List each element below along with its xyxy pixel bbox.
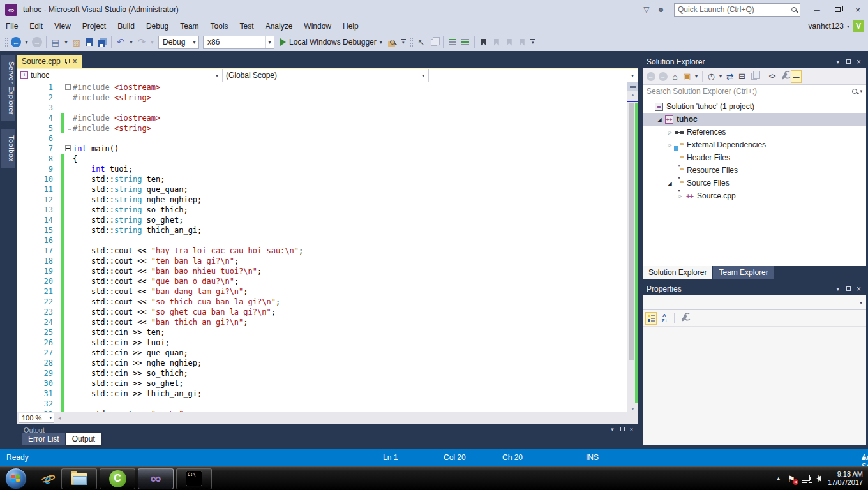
fold-margin[interactable] xyxy=(64,297,73,307)
taskbar-internet-explorer[interactable]: e xyxy=(34,467,61,490)
window-position-icon[interactable]: ▾ xyxy=(836,286,839,292)
taskbar-file-explorer[interactable] xyxy=(61,468,97,489)
fold-margin[interactable] xyxy=(64,235,73,246)
start-button[interactable] xyxy=(5,468,27,489)
expander-icon[interactable]: ▷ xyxy=(676,193,684,199)
tree-item-solution-tuhoc-1-project-[interactable]: ∞Solution 'tuhoc' (1 project) xyxy=(643,100,866,113)
fold-margin[interactable] xyxy=(64,348,73,358)
user-account-menu[interactable]: vanhct123 ▾ V xyxy=(809,20,864,32)
volume-icon[interactable] xyxy=(816,475,821,482)
collapse-box-icon[interactable] xyxy=(65,145,71,151)
properties-grid[interactable] xyxy=(643,327,866,445)
tool-tab-server-explorer[interactable]: Server Explorer xyxy=(1,55,15,121)
fold-margin[interactable] xyxy=(64,266,73,276)
save-all-icon[interactable] xyxy=(97,36,107,48)
tree-item-source-cpp[interactable]: ▷++Source.cpp xyxy=(643,189,866,202)
back-icon[interactable]: ← xyxy=(645,70,656,83)
fold-margin[interactable] xyxy=(64,327,73,338)
hidden-icons-button[interactable]: ▲ xyxy=(775,475,781,482)
window-position-icon[interactable]: ▾ xyxy=(836,59,839,65)
fold-margin[interactable] xyxy=(64,205,73,215)
expander-icon[interactable]: ◢ xyxy=(666,181,674,186)
wrench-icon[interactable] xyxy=(678,312,690,325)
navigate-box-icon[interactable] xyxy=(416,36,426,48)
minimize-button[interactable]: ─ xyxy=(807,1,827,18)
bookmark-prev-disabled-icon[interactable] xyxy=(491,36,502,48)
properties-wrench-icon[interactable] xyxy=(779,70,789,83)
fold-margin[interactable] xyxy=(64,103,73,113)
pin-icon[interactable] xyxy=(846,59,850,64)
fold-margin[interactable] xyxy=(64,358,73,368)
dropdown-icon[interactable] xyxy=(24,36,29,48)
code-editor[interactable]: 1#include <iostream>2#include <string>34… xyxy=(17,82,638,412)
close-icon[interactable]: × xyxy=(857,285,861,293)
fold-margin[interactable] xyxy=(64,164,73,174)
send-feedback-icon[interactable]: ☻ xyxy=(657,5,665,14)
feedback-filter-icon[interactable]: ▽ xyxy=(643,5,649,14)
menu-debug[interactable]: Debug xyxy=(140,19,174,33)
properties-object-combo[interactable]: ▾ xyxy=(643,295,866,310)
platform-combo[interactable]: x86 ▾ xyxy=(203,36,274,49)
fold-margin[interactable] xyxy=(64,113,73,123)
solution-explorer-header[interactable]: Solution Explorer ▾ × xyxy=(643,55,866,68)
fold-margin[interactable] xyxy=(64,409,73,412)
undo-icon[interactable] xyxy=(116,36,126,48)
taskbar-visual-studio[interactable]: ∞ xyxy=(138,468,174,489)
vertical-scrollbar[interactable]: ▲ ▼ xyxy=(627,82,638,412)
tool-tab-toolbox[interactable]: Toolbox xyxy=(1,129,15,168)
copy-disabled-icon[interactable] xyxy=(429,36,439,48)
fold-margin[interactable] xyxy=(64,246,73,256)
menu-window[interactable]: Window xyxy=(298,19,337,33)
restore-button[interactable] xyxy=(827,1,848,18)
comment-lines-icon[interactable] xyxy=(447,36,458,48)
tree-item-header-files[interactable]: Header Files xyxy=(643,151,866,164)
menu-build[interactable]: Build xyxy=(112,19,140,33)
new-file-icon[interactable] xyxy=(50,36,61,48)
categorized-icon[interactable] xyxy=(645,312,657,325)
bookmark-clear-disabled-icon[interactable] xyxy=(517,36,527,48)
dropdown-icon[interactable] xyxy=(694,70,699,83)
alphabetical-icon[interactable]: AZ xyxy=(659,312,670,325)
menu-view[interactable]: View xyxy=(49,19,77,33)
overflow-icon[interactable] xyxy=(530,36,536,48)
uncomment-lines-icon[interactable] xyxy=(460,36,470,48)
toolbar-grip[interactable] xyxy=(4,37,8,47)
taskbar-coccoc-browser[interactable]: C xyxy=(100,468,135,489)
collapse-all-icon[interactable] xyxy=(737,70,747,83)
taskbar-clock[interactable]: 9:18 AM 17/07/2017 xyxy=(828,470,863,487)
pin-icon[interactable] xyxy=(620,427,624,432)
menu-project[interactable]: Project xyxy=(77,19,112,33)
chevron-down-icon[interactable]: ▾ xyxy=(611,426,614,433)
member-scope-combo[interactable]: ▾ xyxy=(429,69,638,82)
find-in-files-icon[interactable] xyxy=(387,36,398,48)
fold-margin[interactable] xyxy=(64,195,73,205)
tree-item-resource-files[interactable]: Resource Files xyxy=(643,164,866,177)
fold-margin[interactable] xyxy=(64,276,73,286)
zoom-combo[interactable]: 100 % ▾ xyxy=(19,413,54,423)
tab-team-explorer[interactable]: Team Explorer xyxy=(713,266,774,279)
tab-source-cpp[interactable]: Source.cpp × xyxy=(17,55,82,68)
menu-help[interactable]: Help xyxy=(337,19,364,33)
collapse-box-icon[interactable] xyxy=(65,84,71,90)
fold-margin[interactable] xyxy=(64,399,73,409)
tab-output[interactable]: Output xyxy=(66,433,101,445)
fold-margin[interactable] xyxy=(64,338,73,348)
bookmark-icon[interactable] xyxy=(479,36,489,48)
title-bar[interactable]: ∞ tuhoc - Microsoft Visual Studio (Admin… xyxy=(0,0,868,19)
quick-launch-input[interactable]: Quick Launch (Ctrl+Q) xyxy=(674,3,800,17)
home-icon[interactable] xyxy=(670,70,680,83)
fold-margin[interactable] xyxy=(64,82,73,93)
close-icon[interactable]: × xyxy=(630,426,633,433)
action-center-icon[interactable]: ⚑× xyxy=(788,474,795,484)
scroll-down-icon[interactable]: ▼ xyxy=(627,405,638,412)
close-icon[interactable]: × xyxy=(857,57,861,66)
solution-explorer-search-input[interactable]: Search Solution Explorer (Ctrl+;) ▾ xyxy=(643,85,866,98)
editor-splitter-handle[interactable] xyxy=(627,82,638,91)
expander-icon[interactable]: ◢ xyxy=(655,117,664,122)
taskbar-command-prompt[interactable]: C:\_ xyxy=(176,468,212,489)
fold-margin[interactable] xyxy=(64,389,73,399)
fold-margin[interactable] xyxy=(64,368,73,378)
menu-team[interactable]: Team xyxy=(174,19,204,33)
forward-icon[interactable]: → xyxy=(657,70,668,83)
close-icon[interactable]: × xyxy=(73,57,77,66)
